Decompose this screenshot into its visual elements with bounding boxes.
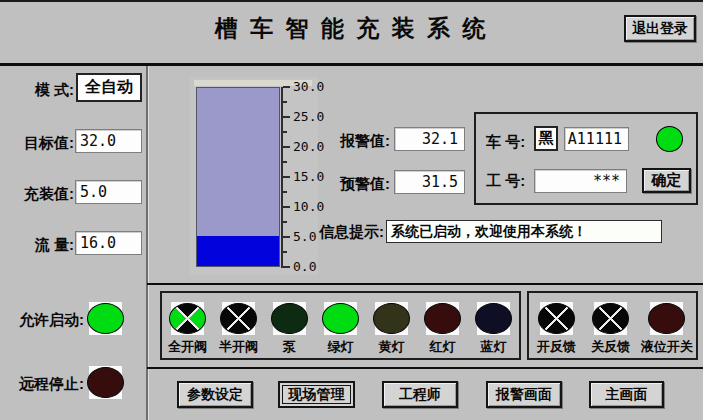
- flow-label: 流 量:: [8, 236, 74, 255]
- red-light-icon: [424, 303, 461, 334]
- gauge-tick-minor: [283, 221, 287, 223]
- warning-label: 预警值:: [326, 175, 390, 194]
- flow-value-field: 16.0: [75, 231, 142, 255]
- indicator-label: 黄灯: [379, 338, 405, 356]
- mode-label: 模 式:: [14, 81, 74, 100]
- indicator-label: 全开阀: [168, 338, 207, 356]
- gauge-tick-major: [283, 176, 290, 178]
- device-indicator-group: 全开阀 半开阀 泵 绿灯 黄灯 红灯 蓝灯: [160, 291, 521, 360]
- gauge-tick-minor: [283, 251, 287, 253]
- green-light-icon: [322, 303, 359, 334]
- level-switch-lamp: [650, 302, 683, 335]
- indicator-label: 泵: [283, 338, 296, 356]
- plate-prefix-box[interactable]: 黑: [534, 126, 558, 151]
- blue-light-icon: [475, 303, 512, 334]
- worker-id-field[interactable]: ***: [534, 169, 627, 193]
- plate-status-light-icon: [656, 126, 683, 152]
- nav-button-main-screen[interactable]: 主画面: [589, 381, 664, 408]
- indicator-pump: 泵: [265, 302, 315, 358]
- gauge-tick-major: [283, 206, 290, 208]
- indicator-half-open-valve: 半开阀: [214, 302, 264, 358]
- vehicle-group: 车 号: 黑 A11111 工 号: *** 确定: [474, 112, 698, 205]
- message-box: 系统已启动，欢迎使用本系统！: [386, 220, 662, 243]
- mode-select[interactable]: 全自动: [76, 73, 142, 102]
- indicator-level-switch: 液位开关: [638, 302, 696, 358]
- indicator-green-light: 绿灯: [316, 302, 366, 358]
- gauge-tick-minor: [283, 101, 287, 103]
- remote-stop-lamp: [89, 366, 122, 399]
- target-value-field[interactable]: 32.0: [75, 129, 142, 153]
- indicator-close-feedback: 关反馈: [583, 302, 637, 358]
- green-lamp: [324, 302, 357, 335]
- open-feedback-lamp: [540, 302, 573, 335]
- pump-lamp: [273, 302, 306, 335]
- allow-start-lamp: [89, 302, 122, 335]
- indicator-label: 开反馈: [537, 338, 576, 356]
- half-open-valve-icon: [220, 303, 257, 334]
- close-feedback-icon: [592, 303, 629, 334]
- gauge-tick-minor: [283, 191, 287, 193]
- valve-lamp: [171, 302, 204, 335]
- pump-light-icon: [271, 303, 308, 334]
- fill-label: 充装值:: [8, 185, 74, 204]
- yellow-light-icon: [373, 303, 410, 334]
- indicator-full-open-valve: 全开阀: [163, 302, 213, 358]
- gauge-tick-major: [283, 86, 290, 88]
- nav-button-param-settings[interactable]: 参数设定: [177, 381, 253, 408]
- level-gauge: 30.025.020.015.010.05.00.0: [190, 77, 318, 275]
- indicator-blue-light: 蓝灯: [469, 302, 519, 358]
- nav-section-divider: [147, 367, 703, 369]
- indicator-label: 关反馈: [591, 338, 630, 356]
- remote-stop-light-icon: [87, 367, 124, 398]
- nav-button-site-management[interactable]: 现场管理: [278, 381, 355, 408]
- full-open-valve-icon: [169, 303, 206, 334]
- gauge-tick-major: [283, 236, 290, 238]
- alarm-value-field[interactable]: 32.1: [394, 127, 465, 151]
- gauge-bar: [196, 87, 280, 267]
- gauge-tick-label: 30.0: [293, 79, 329, 94]
- nav-button-alarm-screen[interactable]: 报警画面: [486, 381, 562, 408]
- feedback-indicator-group: 开反馈 关反馈 液位开关: [527, 291, 698, 360]
- gauge-tick-label: 10.0: [293, 199, 329, 214]
- nav-button-engineer[interactable]: 工程师: [382, 381, 458, 408]
- valve-lamp: [222, 302, 255, 335]
- logout-button[interactable]: 退出登录: [624, 15, 696, 42]
- gauge-tick-label: 0.0: [293, 259, 329, 274]
- close-feedback-lamp: [594, 302, 627, 335]
- gauge-tick-label: 20.0: [293, 139, 329, 154]
- gauge-tick-label: 15.0: [293, 169, 329, 184]
- hmi-screen: 槽 车 智 能 充 装 系 统 退出登录 模 式: 全自动 目标值: 32.0 …: [0, 0, 703, 420]
- blue-lamp: [477, 302, 510, 335]
- target-label: 目标值:: [8, 134, 74, 153]
- gauge-tick-major: [283, 146, 290, 148]
- indicator-label: 液位开关: [641, 338, 693, 356]
- indicator-yellow-light: 黄灯: [367, 302, 417, 358]
- gauge-tick-minor: [283, 161, 287, 163]
- red-lamp: [426, 302, 459, 335]
- alarm-label: 报警值:: [326, 132, 390, 151]
- indicator-red-light: 红灯: [418, 302, 468, 358]
- indicator-label: 绿灯: [328, 338, 354, 356]
- yellow-lamp: [375, 302, 408, 335]
- allow-start-label: 允许启动:: [0, 311, 84, 330]
- indicator-section-divider: [147, 283, 703, 285]
- gauge-tick-label: 25.0: [293, 109, 329, 124]
- indicator-label: 半开阀: [219, 338, 258, 356]
- title-divider: [0, 63, 703, 66]
- warning-value-field[interactable]: 31.5: [394, 170, 465, 194]
- open-feedback-icon: [538, 303, 575, 334]
- indicator-label: 红灯: [430, 338, 456, 356]
- plate-number-field[interactable]: A11111: [564, 127, 629, 151]
- fill-value-field: 5.0: [75, 180, 142, 204]
- remote-stop-label: 远程停止:: [0, 375, 84, 394]
- confirm-button[interactable]: 确定: [642, 168, 691, 193]
- worker-label: 工 号:: [486, 172, 532, 191]
- indicator-open-feedback: 开反馈: [529, 302, 583, 358]
- level-switch-icon: [648, 303, 685, 334]
- gauge-tick-major: [283, 266, 290, 268]
- vehicle-label: 车 号:: [486, 133, 532, 152]
- message-label: 信息提示:: [318, 223, 384, 242]
- indicator-label: 蓝灯: [481, 338, 507, 356]
- page-title: 槽 车 智 能 充 装 系 统: [0, 13, 703, 44]
- gauge-tick-major: [283, 116, 290, 118]
